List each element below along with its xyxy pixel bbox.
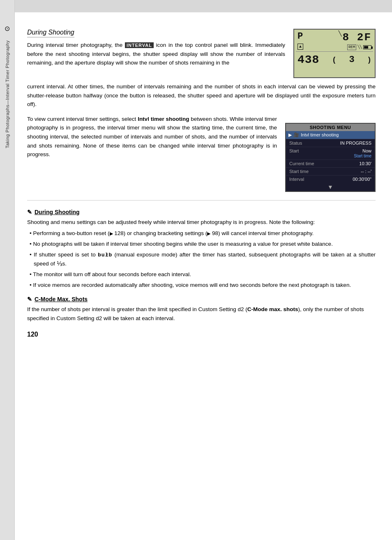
menu-arrow-down: ▼ bbox=[286, 183, 375, 191]
lcd-shutter-speed: 438 bbox=[297, 53, 319, 66]
menu-row-start: Start Now Start time bbox=[286, 147, 375, 159]
bullet-item-1: Performing a two-button reset (▶ 128) or… bbox=[27, 229, 376, 238]
menu-row-status: Status IN PROGRESS bbox=[286, 139, 375, 147]
menu-value-start-time: -- : --' bbox=[361, 169, 371, 174]
menu-value-current: 10:30' bbox=[359, 161, 371, 166]
menu-camera-icon: 🎥 bbox=[293, 132, 299, 138]
section2-bold: Intvl timer shooting bbox=[138, 116, 189, 122]
lcd-top-row: P ╲8 2F bbox=[294, 30, 375, 44]
main-content: During Shooting During interval timer ph… bbox=[15, 0, 392, 540]
menu-selected-intvl: ▶ 🎥 Intvl timer shooting bbox=[286, 131, 375, 139]
note1-title: During Shooting bbox=[35, 209, 80, 215]
menu-arrow-icon: ▶ bbox=[288, 132, 292, 138]
note1-body: Shooting and menu settings can be adjust… bbox=[27, 218, 376, 227]
section-during-shooting-top: During Shooting During interval timer ph… bbox=[27, 29, 376, 78]
bullet-item-3: If shutter speed is set to bułb (manual … bbox=[27, 250, 376, 268]
camera-lcd-display: P ╲8 2F ▲ REM ╲╲ 4 bbox=[293, 29, 376, 78]
interval-badge: INTERVAL bbox=[125, 42, 154, 48]
bulb-text: bułb bbox=[98, 252, 112, 258]
menu-row-start-time: Start time -- : --' bbox=[286, 167, 375, 175]
page-number: 120 bbox=[27, 331, 376, 338]
section1-para1: During interval timer photography, the I… bbox=[27, 41, 285, 67]
lcd-mode: P bbox=[297, 31, 303, 42]
menu-label-interval: Interval bbox=[289, 177, 320, 182]
menu-label-status: Status bbox=[289, 141, 320, 145]
menu-value-interval: 00:30'00" bbox=[353, 177, 371, 182]
sidebar-camera-icon: ⊙ bbox=[3, 25, 12, 33]
para1-start: During interval timer photography, the bbox=[27, 42, 122, 48]
italic-heading: During Shooting bbox=[27, 29, 74, 37]
menu-intvl-label: Intvl timer shooting bbox=[301, 132, 339, 137]
menu-header: SHOOTING MENU bbox=[286, 124, 375, 131]
menu-label-start: Start bbox=[289, 148, 320, 153]
lcd-top-right: ╲8 2F bbox=[339, 31, 371, 44]
section-mid: To view current interval timer settings,… bbox=[27, 115, 376, 192]
sidebar: ⊙ Taking Photographs—Interval Timer Phot… bbox=[0, 0, 15, 540]
section-divider bbox=[27, 200, 376, 201]
note2-body: If the number of shots per interval is g… bbox=[27, 305, 376, 323]
lcd-battery bbox=[363, 45, 371, 49]
section2-start: To view current interval timer settings,… bbox=[27, 116, 138, 122]
section1-para2: current interval. At other times, the nu… bbox=[27, 82, 376, 109]
note2-icon: ✎ bbox=[27, 296, 32, 302]
note2-title: C-Mode Max. Shots bbox=[35, 296, 88, 302]
section2-para: To view current interval timer settings,… bbox=[27, 115, 277, 159]
bullet-item-2: No photographs will be taken if interval… bbox=[27, 240, 376, 249]
menu-value-status: IN PROGRESS bbox=[340, 141, 371, 145]
note-c-mode: ✎ C-Mode Max. Shots If the number of sho… bbox=[27, 296, 376, 323]
note2-body-bold: C-Mode max. shots bbox=[247, 306, 298, 312]
bullet-item-5: If voice memos are recorded automaticall… bbox=[27, 281, 376, 290]
menu-label-current: Current time bbox=[289, 161, 320, 166]
note1-icon: ✎ bbox=[27, 209, 32, 215]
note1-heading: ✎ During Shooting bbox=[27, 209, 376, 215]
note2-heading: ✎ C-Mode Max. Shots bbox=[27, 296, 376, 302]
lcd-aperture: 3 bbox=[349, 55, 354, 65]
menu-start-time-highlight: Start time bbox=[354, 154, 371, 158]
menu-row-current-time: Current time 10:30' bbox=[286, 159, 375, 167]
section-top-text: During Shooting During interval timer ph… bbox=[27, 29, 285, 78]
sidebar-label: Taking Photographs—Interval Timer Photog… bbox=[5, 40, 10, 148]
menu-label-start-time: Start time bbox=[289, 169, 320, 174]
content-wrapper: During Shooting During interval timer ph… bbox=[27, 29, 376, 338]
lcd-bottom-row: 438 ( 3 ) bbox=[294, 53, 375, 68]
menu-value-now: Now bbox=[362, 148, 371, 153]
bullet-item-4: The monitor will turn off about four sec… bbox=[27, 270, 376, 279]
note1-bullet-list: Performing a two-button reset (▶ 128) or… bbox=[27, 229, 376, 289]
shooting-menu-screenshot: SHOOTING MENU ▶ 🎥 Intvl timer shooting S… bbox=[285, 123, 376, 192]
top-strip bbox=[15, 0, 392, 12]
note2-body-start: If the number of shots per interval is g… bbox=[27, 306, 247, 312]
section-mid-text: To view current interval timer settings,… bbox=[27, 115, 277, 192]
menu-row-interval: Interval 00:30'00" bbox=[286, 175, 375, 183]
note-during-shooting: ✎ During Shooting Shooting and menu sett… bbox=[27, 209, 376, 289]
